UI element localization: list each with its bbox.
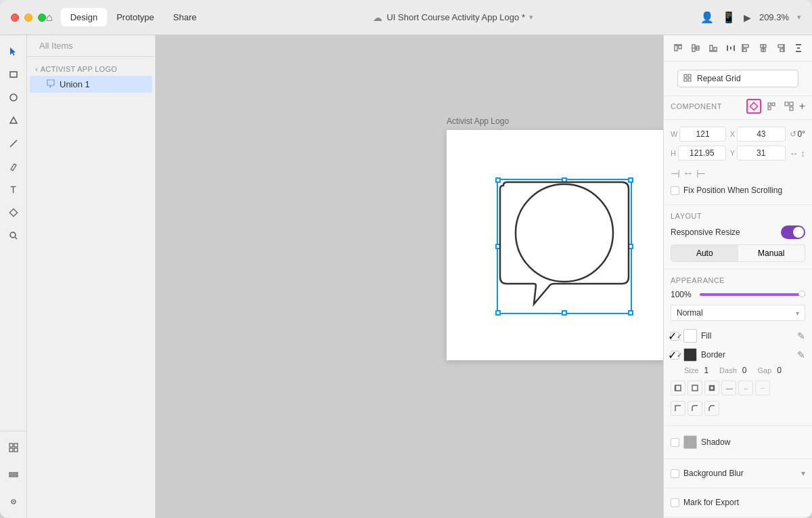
corner-sharp-icon[interactable] xyxy=(671,401,685,416)
dash-value[interactable]: 0 xyxy=(742,366,747,375)
rotation-value: 0° xyxy=(798,129,805,139)
play-icon[interactable]: ▶ xyxy=(744,12,751,23)
instance-icon[interactable] xyxy=(764,99,779,114)
shadow-checkbox[interactable] xyxy=(671,438,679,447)
flip-icon[interactable]: ↕ xyxy=(801,148,806,158)
shadow-swatch[interactable] xyxy=(683,435,697,449)
distribute-h-icon[interactable] xyxy=(723,41,738,56)
align-top-icon[interactable] xyxy=(671,41,685,56)
component-tool[interactable] xyxy=(3,202,24,223)
border-swatch[interactable] xyxy=(683,348,697,362)
sidebar-bottom xyxy=(0,431,26,518)
repeat-grid-button[interactable]: Repeat Grid xyxy=(677,70,798,87)
grid-tool[interactable] xyxy=(3,437,24,458)
bg-blur-checkbox[interactable] xyxy=(671,469,679,478)
polygon-tool[interactable] xyxy=(3,110,24,131)
maximize-button[interactable] xyxy=(38,14,46,22)
manual-button[interactable]: Manual xyxy=(738,245,805,261)
add-component-icon[interactable]: + xyxy=(799,100,805,112)
search-input[interactable] xyxy=(39,41,153,51)
layers-tool[interactable] xyxy=(3,464,24,485)
svg-rect-9 xyxy=(14,444,18,447)
gap-value[interactable]: 0 xyxy=(777,366,782,375)
zoom-chevron[interactable]: ▾ xyxy=(797,13,801,22)
align-middle-icon[interactable] xyxy=(688,41,703,56)
border-dash2-icon[interactable]: - - xyxy=(738,381,753,395)
fill-eyedropper[interactable]: ✎ xyxy=(797,330,805,341)
fill-swatch[interactable] xyxy=(683,329,697,343)
opacity-thumb[interactable] xyxy=(798,290,805,297)
constrain-icon[interactable]: ↔ xyxy=(790,148,798,158)
close-button[interactable] xyxy=(11,14,19,22)
x-input[interactable] xyxy=(737,127,785,142)
fill-checkbox[interactable]: ✓ xyxy=(671,332,679,341)
svg-point-6 xyxy=(10,232,16,238)
tab-share[interactable]: Share xyxy=(164,8,206,26)
edit-component-icon[interactable] xyxy=(782,99,796,114)
corner-bevel-icon[interactable] xyxy=(704,401,719,416)
svg-rect-5 xyxy=(9,209,17,216)
size-value[interactable]: 1 xyxy=(704,366,708,375)
tab-design[interactable]: Design xyxy=(61,8,107,26)
border-center-icon[interactable] xyxy=(687,381,702,395)
bg-blur-label: Background Blur xyxy=(683,469,797,478)
select-tool[interactable] xyxy=(3,41,24,62)
constraint-left-icon[interactable]: ⊣ xyxy=(671,167,680,180)
repeat-grid-icon xyxy=(683,74,693,83)
border-outside-icon[interactable] xyxy=(704,381,719,395)
repeat-grid-label: Repeat Grid xyxy=(697,74,741,83)
device-icon[interactable]: 📱 xyxy=(722,11,736,24)
zoom-tool[interactable] xyxy=(3,225,24,246)
layer-panel: ▾ ‹ ACTIVIST APP LOGO Union 1 xyxy=(27,35,156,518)
bg-blur-section: Background Blur ▾ xyxy=(664,459,812,488)
make-component-icon[interactable] xyxy=(746,99,761,114)
fill-label: Fill xyxy=(701,331,793,341)
rectangle-tool[interactable] xyxy=(3,64,24,85)
layer-item-union1[interactable]: Union 1 xyxy=(30,76,152,93)
border-inside-icon[interactable] xyxy=(671,381,685,395)
border-dash3-icon[interactable]: ··· xyxy=(755,381,770,395)
plugins-tool[interactable] xyxy=(3,491,24,513)
align-center-icon[interactable] xyxy=(756,41,771,56)
distribute-v-icon[interactable] xyxy=(791,41,806,56)
zoom-level[interactable]: 209.3% xyxy=(759,12,789,22)
svg-rect-42 xyxy=(796,51,801,52)
ellipse-tool[interactable] xyxy=(3,87,24,108)
align-bottom-icon[interactable] xyxy=(706,41,721,56)
responsive-toggle[interactable] xyxy=(781,225,805,239)
component-icons: + xyxy=(746,99,805,114)
tab-prototype[interactable]: Prototype xyxy=(107,8,164,26)
opacity-slider[interactable] xyxy=(700,293,805,296)
border-eyedropper[interactable]: ✎ xyxy=(797,349,805,360)
svg-rect-46 xyxy=(688,79,691,81)
corner-round-icon[interactable] xyxy=(687,401,702,416)
height-input[interactable] xyxy=(678,146,726,160)
constraint-right-icon[interactable]: ⊢ xyxy=(696,167,706,180)
constraint-h-icon[interactable]: ↔ xyxy=(683,167,694,180)
border-dash1-icon[interactable]: — xyxy=(721,381,736,395)
text-tool[interactable]: T xyxy=(3,179,24,200)
user-icon[interactable]: 👤 xyxy=(700,11,714,24)
border-checkbox[interactable]: ✓ xyxy=(671,351,679,360)
canvas-area[interactable]: Activist App Logo xyxy=(156,35,663,518)
wh-row: W X ↺ 0° xyxy=(671,127,805,142)
line-tool[interactable] xyxy=(3,133,24,154)
fix-position-checkbox[interactable] xyxy=(671,186,679,195)
svg-rect-43 xyxy=(684,74,687,77)
y-input[interactable] xyxy=(737,146,785,160)
chevron-down-icon[interactable]: ▾ xyxy=(529,13,533,22)
align-left-icon[interactable] xyxy=(738,41,753,56)
align-right-icon[interactable] xyxy=(773,41,788,56)
frame-container[interactable] xyxy=(447,130,663,360)
layer-breadcrumb[interactable]: ‹ ACTIVIST APP LOGO xyxy=(27,62,155,76)
blend-mode-select[interactable]: Normal ▾ xyxy=(671,305,805,321)
auto-button[interactable]: Auto xyxy=(671,245,738,261)
home-icon[interactable]: ⌂ xyxy=(46,12,53,24)
pen-tool[interactable] xyxy=(3,156,24,177)
export-checkbox[interactable] xyxy=(671,498,679,507)
bg-blur-chevron[interactable]: ▾ xyxy=(801,469,805,478)
minimize-button[interactable] xyxy=(24,14,32,22)
responsive-label: Responsive Resize xyxy=(671,228,740,237)
width-input[interactable] xyxy=(679,127,725,142)
rotation-icon[interactable]: ↺ xyxy=(790,129,796,139)
